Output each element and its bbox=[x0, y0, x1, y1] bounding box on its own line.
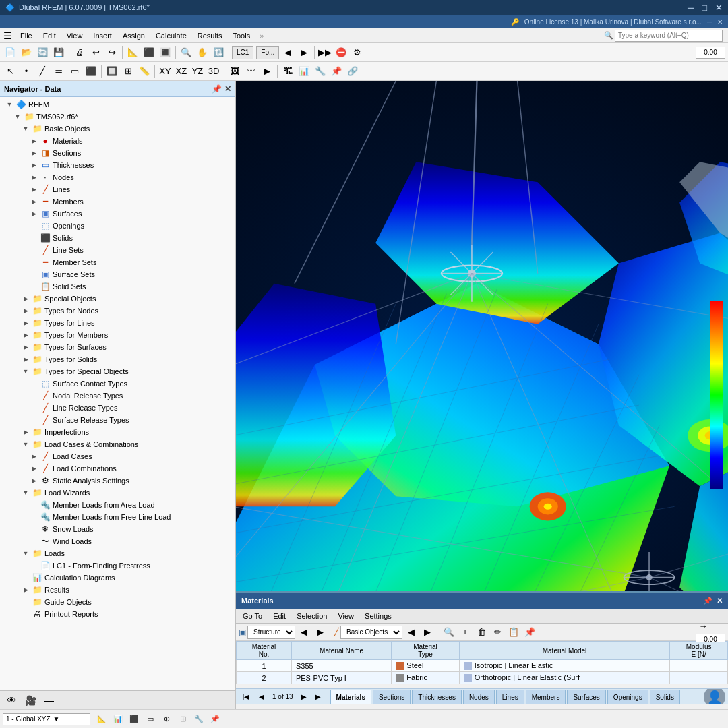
nav-load-combinations[interactable]: ▶ ╱ Load Combinations bbox=[0, 462, 235, 475]
mat-panel-pin[interactable]: 📌 bbox=[703, 597, 712, 605]
fo-selector[interactable]: Fo... bbox=[256, 46, 279, 59]
open-button[interactable]: 📂 bbox=[19, 45, 34, 60]
mat-bo-next[interactable]: ▶ bbox=[420, 625, 435, 640]
viewport[interactable]: Materials 📌 ✕ Go To Edit Selection View … bbox=[236, 81, 728, 709]
nav-member-loads-free[interactable]: 🔩 Member Loads from Free Line Load bbox=[0, 511, 235, 523]
tb-view-yz[interactable]: YZ bbox=[190, 64, 205, 79]
tb-animate[interactable]: ▶ bbox=[260, 64, 274, 79]
tb-snap[interactable]: 🔲 bbox=[104, 64, 119, 79]
nav-solids[interactable]: ⬛ Solids bbox=[0, 232, 235, 244]
new-button[interactable]: 📄 bbox=[3, 45, 18, 60]
nav-materials[interactable]: ▶ ● Materials bbox=[0, 135, 235, 147]
mat-menu-goto[interactable]: Go To bbox=[239, 611, 266, 621]
nav-lines[interactable]: ▶ ╱ Lines bbox=[0, 183, 235, 195]
nav-basic-objects[interactable]: ▼ 📁 Basic Objects bbox=[0, 123, 235, 135]
nav-camera-button[interactable]: 🎥 bbox=[23, 693, 38, 708]
nav-calc-diagrams[interactable]: 📊 Calculation Diagrams bbox=[0, 572, 235, 584]
maximize-button[interactable]: □ bbox=[702, 3, 707, 13]
mat-arrow-right[interactable]: → bbox=[696, 619, 710, 634]
menu-view[interactable]: View bbox=[61, 30, 88, 41]
global-xyz-selector[interactable]: 1 - Global XYZ ▼ bbox=[3, 713, 90, 725]
mat-panel-close[interactable]: ✕ bbox=[717, 597, 723, 605]
mat-bo-prev[interactable]: ◀ bbox=[404, 625, 419, 640]
redo-button[interactable]: ↪ bbox=[104, 45, 119, 60]
tab-openings[interactable]: Openings bbox=[607, 690, 648, 704]
tab-surfaces[interactable]: Surfaces bbox=[567, 690, 605, 704]
tb-line[interactable]: ╱ bbox=[35, 64, 50, 79]
menu-insert[interactable]: Insert bbox=[88, 30, 117, 41]
mat-edit-btn[interactable]: ✏ bbox=[490, 625, 505, 640]
mat-paste-btn[interactable]: 📌 bbox=[522, 625, 537, 640]
mat-copy-btn[interactable]: 📋 bbox=[506, 625, 521, 640]
tab-members[interactable]: Members bbox=[526, 690, 566, 704]
nav-load-wizards[interactable]: ▼ 📁 Load Wizards bbox=[0, 487, 235, 499]
mat-first-page[interactable]: |◀ bbox=[239, 690, 253, 704]
mat-menu-edit[interactable]: Edit bbox=[269, 611, 290, 621]
license-close[interactable]: ✕ bbox=[717, 18, 723, 26]
nav-static-analysis[interactable]: ▶ ⚙ Static Analysis Settings bbox=[0, 475, 235, 487]
tbsolid-button[interactable]: 🔳 bbox=[158, 45, 173, 60]
nav-types-surfaces[interactable]: ▶ 📁 Types for Surfaces bbox=[0, 341, 235, 353]
nav-surface-release-types[interactable]: ╱ Surface Release Types bbox=[0, 414, 235, 426]
settings-button[interactable]: ⚙ bbox=[350, 45, 365, 60]
nav-load-cases-comb[interactable]: ▼ 📁 Load Cases & Combinations bbox=[0, 438, 235, 450]
tb-icon-b[interactable]: 📊 bbox=[297, 64, 311, 79]
mat-structure-dropdown[interactable]: Structure bbox=[247, 626, 295, 639]
table-row[interactable]: 2 PES-PVC Typ I Fabric Orthotropic | Lin… bbox=[237, 672, 728, 684]
undo-button[interactable]: ↩ bbox=[88, 45, 103, 60]
mat-menu-view[interactable]: View bbox=[334, 611, 358, 621]
tb-member[interactable]: ═ bbox=[51, 64, 66, 79]
tbwire-button[interactable]: ⬛ bbox=[142, 45, 156, 60]
menu-calculate[interactable]: Calculate bbox=[150, 30, 192, 41]
bt-icon-a[interactable]: 📐 bbox=[94, 712, 109, 727]
zoom-button[interactable]: 🔍 bbox=[179, 45, 193, 60]
app-menu-icon[interactable]: ☰ bbox=[0, 28, 15, 43]
nav-loads[interactable]: ▼ 📁 Loads bbox=[0, 547, 235, 559]
tab-sections[interactable]: Sections bbox=[373, 690, 411, 704]
nav-results[interactable]: ▶ 📁 Results bbox=[0, 584, 235, 596]
nav-thicknesses[interactable]: ▶ ▭ Thicknesses bbox=[0, 159, 235, 171]
nav-member-sets[interactable]: ━ Member Sets bbox=[0, 256, 235, 268]
nav-member-loads-area[interactable]: 🔩 Member Loads from Area Load bbox=[0, 499, 235, 511]
mat-search-btn[interactable]: 🔍 bbox=[442, 625, 456, 640]
mat-menu-settings[interactable]: Settings bbox=[361, 611, 396, 621]
nav-special-objects[interactable]: ▶ 📁 Special Objects bbox=[0, 293, 235, 305]
prev-lc-button[interactable]: ◀ bbox=[280, 45, 295, 60]
tb-render[interactable]: 🖼 bbox=[227, 64, 242, 79]
bt-icon-e[interactable]: ⊕ bbox=[159, 712, 174, 727]
nav-snow-loads[interactable]: ❄ Snow Loads bbox=[0, 523, 235, 535]
nav-surface-sets[interactable]: ▣ Surface Sets bbox=[0, 268, 235, 280]
nav-types-nodes[interactable]: ▶ 📁 Types for Nodes bbox=[0, 305, 235, 317]
pan-button[interactable]: ✋ bbox=[195, 45, 210, 60]
search-input[interactable] bbox=[615, 30, 723, 42]
nav-nodes[interactable]: ▶ · Nodes bbox=[0, 171, 235, 183]
menu-file[interactable]: File bbox=[15, 30, 38, 41]
lc-selector[interactable]: LC1 bbox=[232, 46, 253, 59]
tb-grid[interactable]: ⊞ bbox=[121, 64, 135, 79]
nav-eye-button[interactable]: 👁 bbox=[4, 693, 19, 708]
nav-lc1[interactable]: 📄 LC1 - Form-Finding Prestress bbox=[0, 559, 235, 572]
nav-openings[interactable]: ⬚ Openings bbox=[0, 220, 235, 232]
nav-imperfections[interactable]: ▶ 📁 Imperfections bbox=[0, 426, 235, 438]
nav-sections[interactable]: ▶ ◨ Sections bbox=[0, 147, 235, 159]
nav-members[interactable]: ▶ ━ Members bbox=[0, 195, 235, 208]
license-minimize[interactable]: ─ bbox=[707, 18, 712, 26]
next-lc-button[interactable]: ▶ bbox=[297, 45, 311, 60]
nav-rfem-root[interactable]: ▼ 🔷 RFEM bbox=[0, 98, 235, 111]
mat-next-page[interactable]: ▶ bbox=[297, 690, 311, 704]
tb-view-xy[interactable]: XY bbox=[158, 64, 173, 79]
nav-types-members[interactable]: ▶ 📁 Types for Members bbox=[0, 329, 235, 341]
menu-tools[interactable]: Tools bbox=[227, 30, 255, 41]
tb-surface[interactable]: ▭ bbox=[67, 64, 82, 79]
mat-next-button[interactable]: ▶ bbox=[313, 625, 328, 640]
tab-lines[interactable]: Lines bbox=[496, 690, 524, 704]
tb-view-xz[interactable]: XZ bbox=[174, 64, 189, 79]
table-row[interactable]: 1 S355 Steel Isotropic | Linear Elastic bbox=[237, 660, 728, 672]
mat-basic-objects-dropdown[interactable]: Basic Objects bbox=[340, 626, 402, 639]
save-button[interactable]: 💾 bbox=[51, 45, 66, 60]
close-button[interactable]: ✕ bbox=[715, 3, 723, 13]
tb-cursor[interactable]: ↖ bbox=[3, 64, 18, 79]
nav-nodal-release-types[interactable]: ╱ Nodal Release Types bbox=[0, 390, 235, 402]
mat-prev-button[interactable]: ◀ bbox=[297, 625, 311, 640]
nav-solid-sets[interactable]: 📋 Solid Sets bbox=[0, 280, 235, 293]
